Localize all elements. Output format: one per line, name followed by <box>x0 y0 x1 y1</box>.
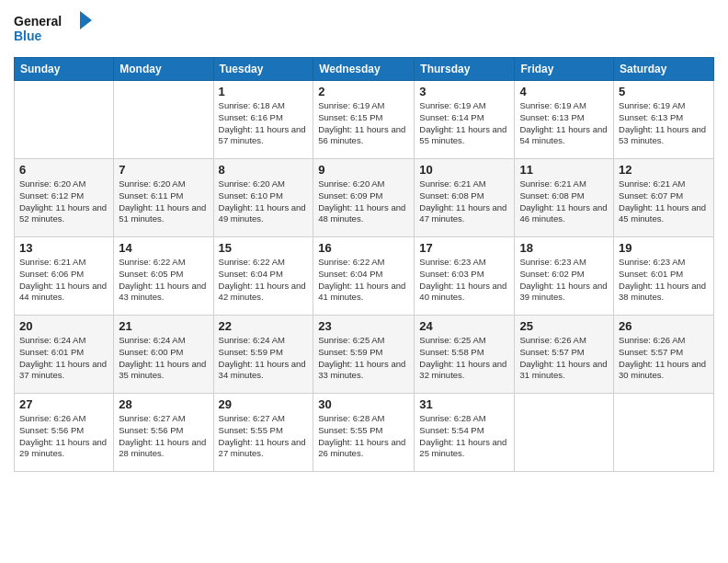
day-info: Sunrise: 6:21 AM Sunset: 6:08 PM Dayligh… <box>519 178 609 225</box>
weekday-header: Friday <box>515 58 614 81</box>
calendar-cell: 4Sunrise: 6:19 AM Sunset: 6:13 PM Daylig… <box>515 81 614 159</box>
day-number: 3 <box>419 85 509 98</box>
calendar-cell: 15Sunrise: 6:22 AM Sunset: 6:04 PM Dayli… <box>213 237 313 316</box>
day-info: Sunrise: 6:23 AM Sunset: 6:02 PM Dayligh… <box>519 257 609 304</box>
calendar-week-row: 1Sunrise: 6:18 AM Sunset: 6:16 PM Daylig… <box>15 81 714 159</box>
svg-text:General: General <box>14 14 62 29</box>
day-info: Sunrise: 6:20 AM Sunset: 6:09 PM Dayligh… <box>318 178 409 225</box>
calendar-cell: 22Sunrise: 6:24 AM Sunset: 5:59 PM Dayli… <box>213 316 313 394</box>
page: General Blue SundayMondayTuesdayWednesda… <box>0 0 728 563</box>
day-number: 29 <box>219 397 309 411</box>
day-number: 23 <box>318 319 409 333</box>
weekday-header: Sunday <box>15 58 114 81</box>
day-info: Sunrise: 6:19 AM Sunset: 6:15 PM Dayligh… <box>318 100 409 147</box>
day-number: 12 <box>619 163 709 177</box>
day-info: Sunrise: 6:21 AM Sunset: 6:08 PM Dayligh… <box>419 178 509 225</box>
day-number: 21 <box>119 319 208 333</box>
weekday-header: Monday <box>114 58 213 81</box>
calendar-week-row: 6Sunrise: 6:20 AM Sunset: 6:12 PM Daylig… <box>15 159 714 237</box>
weekday-header: Thursday <box>415 58 515 81</box>
calendar: SundayMondayTuesdayWednesdayThursdayFrid… <box>14 57 714 472</box>
calendar-cell: 7Sunrise: 6:20 AM Sunset: 6:11 PM Daylig… <box>114 159 213 237</box>
day-info: Sunrise: 6:24 AM Sunset: 5:59 PM Dayligh… <box>219 335 309 382</box>
day-info: Sunrise: 6:26 AM Sunset: 5:56 PM Dayligh… <box>19 413 108 460</box>
calendar-cell: 13Sunrise: 6:21 AM Sunset: 6:06 PM Dayli… <box>15 237 114 316</box>
calendar-cell: 20Sunrise: 6:24 AM Sunset: 6:01 PM Dayli… <box>15 316 114 394</box>
calendar-cell: 29Sunrise: 6:27 AM Sunset: 5:55 PM Dayli… <box>213 394 313 472</box>
calendar-cell: 5Sunrise: 6:19 AM Sunset: 6:13 PM Daylig… <box>614 81 714 159</box>
day-info: Sunrise: 6:24 AM Sunset: 6:00 PM Dayligh… <box>119 335 208 382</box>
calendar-cell: 28Sunrise: 6:27 AM Sunset: 5:56 PM Dayli… <box>114 394 213 472</box>
day-number: 25 <box>519 319 609 333</box>
calendar-cell <box>15 81 114 159</box>
day-info: Sunrise: 6:18 AM Sunset: 6:16 PM Dayligh… <box>219 100 309 147</box>
day-number: 31 <box>419 397 509 411</box>
day-number: 27 <box>19 397 108 411</box>
calendar-cell: 6Sunrise: 6:20 AM Sunset: 6:12 PM Daylig… <box>15 159 114 237</box>
calendar-cell <box>515 394 614 472</box>
day-number: 7 <box>119 163 208 177</box>
day-info: Sunrise: 6:28 AM Sunset: 5:55 PM Dayligh… <box>318 413 409 460</box>
svg-marker-1 <box>80 11 92 29</box>
day-number: 10 <box>419 163 509 177</box>
svg-text:Blue: Blue <box>14 29 42 43</box>
calendar-cell: 9Sunrise: 6:20 AM Sunset: 6:09 PM Daylig… <box>313 159 415 237</box>
logo-area: General Blue <box>14 9 97 52</box>
calendar-cell: 2Sunrise: 6:19 AM Sunset: 6:15 PM Daylig… <box>313 81 415 159</box>
weekday-header: Saturday <box>614 58 714 81</box>
day-number: 30 <box>318 397 409 411</box>
calendar-cell: 8Sunrise: 6:20 AM Sunset: 6:10 PM Daylig… <box>213 159 313 237</box>
calendar-cell: 26Sunrise: 6:26 AM Sunset: 5:57 PM Dayli… <box>614 316 714 394</box>
day-number: 14 <box>119 241 208 255</box>
day-info: Sunrise: 6:22 AM Sunset: 6:04 PM Dayligh… <box>219 257 309 304</box>
calendar-cell: 12Sunrise: 6:21 AM Sunset: 6:07 PM Dayli… <box>614 159 714 237</box>
calendar-cell: 24Sunrise: 6:25 AM Sunset: 5:58 PM Dayli… <box>415 316 515 394</box>
day-number: 15 <box>219 241 309 255</box>
day-info: Sunrise: 6:24 AM Sunset: 6:01 PM Dayligh… <box>19 335 108 382</box>
calendar-cell: 30Sunrise: 6:28 AM Sunset: 5:55 PM Dayli… <box>313 394 415 472</box>
calendar-cell: 31Sunrise: 6:28 AM Sunset: 5:54 PM Dayli… <box>415 394 515 472</box>
day-info: Sunrise: 6:20 AM Sunset: 6:10 PM Dayligh… <box>219 178 309 225</box>
day-info: Sunrise: 6:22 AM Sunset: 6:04 PM Dayligh… <box>318 257 409 304</box>
day-info: Sunrise: 6:26 AM Sunset: 5:57 PM Dayligh… <box>619 335 709 382</box>
calendar-cell: 1Sunrise: 6:18 AM Sunset: 6:16 PM Daylig… <box>213 81 313 159</box>
day-number: 26 <box>619 319 709 333</box>
calendar-week-row: 13Sunrise: 6:21 AM Sunset: 6:06 PM Dayli… <box>15 237 714 316</box>
day-number: 6 <box>19 163 108 177</box>
day-info: Sunrise: 6:27 AM Sunset: 5:56 PM Dayligh… <box>119 413 208 460</box>
calendar-cell: 14Sunrise: 6:22 AM Sunset: 6:05 PM Dayli… <box>114 237 213 316</box>
day-number: 2 <box>318 85 409 98</box>
day-info: Sunrise: 6:27 AM Sunset: 5:55 PM Dayligh… <box>219 413 309 460</box>
day-number: 8 <box>219 163 309 177</box>
day-info: Sunrise: 6:22 AM Sunset: 6:05 PM Dayligh… <box>119 257 208 304</box>
day-info: Sunrise: 6:28 AM Sunset: 5:54 PM Dayligh… <box>419 413 509 460</box>
weekday-header: Wednesday <box>313 58 415 81</box>
day-number: 17 <box>419 241 509 255</box>
calendar-cell: 21Sunrise: 6:24 AM Sunset: 6:00 PM Dayli… <box>114 316 213 394</box>
logo: General Blue <box>14 9 97 52</box>
day-number: 11 <box>519 163 609 177</box>
day-info: Sunrise: 6:19 AM Sunset: 6:13 PM Dayligh… <box>619 100 709 147</box>
calendar-cell: 23Sunrise: 6:25 AM Sunset: 5:59 PM Dayli… <box>313 316 415 394</box>
calendar-cell: 19Sunrise: 6:23 AM Sunset: 6:01 PM Dayli… <box>614 237 714 316</box>
calendar-cell: 3Sunrise: 6:19 AM Sunset: 6:14 PM Daylig… <box>415 81 515 159</box>
day-number: 16 <box>318 241 409 255</box>
day-number: 28 <box>119 397 208 411</box>
calendar-cell: 17Sunrise: 6:23 AM Sunset: 6:03 PM Dayli… <box>415 237 515 316</box>
day-number: 5 <box>619 85 709 98</box>
day-number: 4 <box>519 85 609 98</box>
day-info: Sunrise: 6:21 AM Sunset: 6:07 PM Dayligh… <box>619 178 709 225</box>
header: General Blue <box>14 9 714 52</box>
calendar-cell: 11Sunrise: 6:21 AM Sunset: 6:08 PM Dayli… <box>515 159 614 237</box>
calendar-week-row: 27Sunrise: 6:26 AM Sunset: 5:56 PM Dayli… <box>15 394 714 472</box>
day-number: 19 <box>619 241 709 255</box>
day-number: 1 <box>219 85 309 98</box>
day-number: 20 <box>19 319 108 333</box>
day-number: 13 <box>19 241 108 255</box>
calendar-cell <box>614 394 714 472</box>
day-info: Sunrise: 6:19 AM Sunset: 6:14 PM Dayligh… <box>419 100 509 147</box>
calendar-cell: 18Sunrise: 6:23 AM Sunset: 6:02 PM Dayli… <box>515 237 614 316</box>
day-number: 22 <box>219 319 309 333</box>
day-number: 18 <box>519 241 609 255</box>
day-info: Sunrise: 6:25 AM Sunset: 5:59 PM Dayligh… <box>318 335 409 382</box>
